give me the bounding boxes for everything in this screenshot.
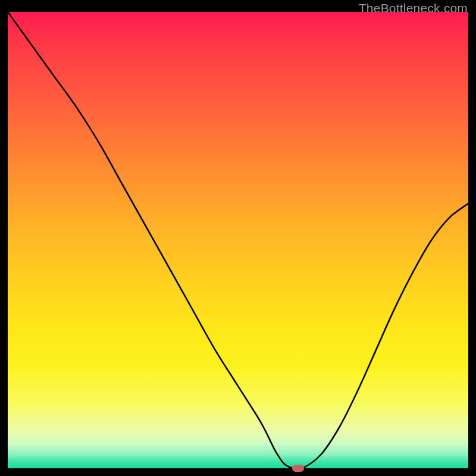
minimum-marker [292,465,304,472]
plot-area [8,12,468,468]
bottleneck-curve [8,12,468,468]
curve-path [8,12,468,468]
chart-frame: TheBottleneck.com [0,0,476,476]
